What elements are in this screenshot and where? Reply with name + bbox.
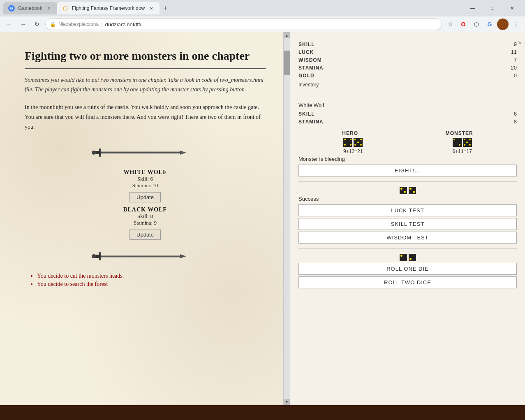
back-button[interactable]: ←	[3, 19, 15, 30]
tab2[interactable]: ⬡ Fighting Fantasy Framework dow ✕	[57, 2, 160, 14]
sword-divider-1	[25, 140, 266, 165]
translate-icon[interactable]: G	[484, 19, 495, 30]
url-bar[interactable]: 🔒 Niezabezpieczona | dudziarz.net/fff/	[45, 19, 442, 30]
gold-value: 0	[504, 72, 517, 79]
luck-test-button[interactable]: LUCK TEST	[298, 204, 517, 216]
divider-1	[298, 97, 517, 97]
monster-stamina-row: STAMINA 8	[298, 118, 517, 125]
choice-2[interactable]: You decide to search the forest	[37, 281, 266, 288]
sword-image-1	[92, 140, 199, 165]
test-die-2	[409, 187, 416, 194]
wisdom-test-button[interactable]: WISDOM TEST	[298, 232, 517, 244]
scroll-track[interactable]	[284, 38, 290, 399]
gold-label: GOLD	[298, 73, 315, 79]
test-die-1	[400, 187, 407, 194]
dropbox-icon[interactable]: ⬡	[471, 19, 482, 30]
bookmark-icon[interactable]: ☆	[444, 19, 456, 30]
monster1-update-button[interactable]: Update	[130, 192, 161, 202]
divider-2	[298, 181, 517, 182]
hero-score: 9+12=21	[343, 149, 363, 154]
monster-block-1: WHITE WOLF Skill: 6 Stamina: 10 Update	[25, 169, 266, 202]
page-intro: Sometimes you would like to put two mons…	[25, 76, 266, 94]
page-title: Fighting two or more monsters in one cha…	[25, 49, 266, 69]
address-bar: ← → ↻ 🔒 Niezabezpieczona | dudziarz.net/…	[0, 16, 525, 32]
choice-1[interactable]: You decide to cut the monsters heads.	[37, 273, 266, 279]
skill-test-button[interactable]: SKILL TEST	[298, 218, 517, 230]
url-separator: |	[101, 21, 102, 28]
monster2-name: BLACK WOLF	[25, 207, 266, 213]
stat-row-gold: GOLD 0	[298, 72, 517, 79]
stats-panel: ↘ SKILL 9 LUCK 11 WISDOM 7 STAMINA 20 GO…	[290, 32, 525, 405]
combat-labels: HERO MONSTER	[298, 130, 517, 136]
monster-skill-label: SKILL	[298, 111, 315, 117]
maximize-button[interactable]: □	[483, 2, 502, 14]
tab1[interactable]: G Gamebook ✕	[3, 2, 57, 14]
main-area: ▲ ▼ Fighting two or more monsters in one…	[0, 32, 525, 405]
monster-die-1	[453, 138, 462, 147]
tab1-label: Gamebook	[18, 5, 42, 11]
scroll-thumb[interactable]	[284, 51, 290, 75]
url-address: dudziarz.net/fff/	[105, 21, 141, 28]
monster-die-2	[463, 138, 472, 147]
minimize-button[interactable]: —	[463, 2, 482, 14]
page-content: Fighting two or more monsters in one cha…	[0, 32, 290, 306]
stamina-label: STAMINA	[298, 65, 324, 71]
user-avatar[interactable]	[497, 19, 509, 30]
svg-marker-10	[180, 254, 186, 258]
roll-two-dice-button[interactable]: ROLL TWO DICE	[298, 276, 517, 288]
opera-icon[interactable]: O	[458, 19, 469, 30]
combat-dice-row	[298, 138, 517, 147]
divider-3	[298, 248, 517, 249]
page-body-text: In the moonlight you see a ruins of the …	[25, 102, 266, 132]
monster-stamina-value: 8	[504, 118, 517, 125]
stat-row-stamina: STAMINA 20	[298, 64, 517, 72]
roll-die-1	[400, 254, 407, 261]
forward-button[interactable]: →	[17, 19, 29, 30]
svg-point-13	[92, 254, 96, 258]
monster-skill-row: SKILL 6	[298, 110, 517, 118]
roll-one-die-button[interactable]: ROLL ONE DIE	[298, 263, 517, 275]
menu-icon[interactable]: ⋮	[510, 19, 522, 30]
tab2-favicon: ⬡	[62, 5, 69, 12]
stat-row-luck: LUCK 11	[298, 48, 517, 56]
monster2-stamina: Stamina: 9	[25, 220, 266, 226]
monster2-update-button[interactable]: Update	[130, 230, 161, 240]
roll-dice-row	[298, 254, 517, 261]
svg-point-6	[92, 151, 96, 155]
monster-skill-value: 6	[504, 111, 517, 117]
monster-section-name: White Wolf	[298, 102, 517, 108]
tab1-close[interactable]: ✕	[46, 5, 52, 12]
monster-block-2: BLACK WOLF Skill: 8 Stamina: 9 Update	[25, 207, 266, 240]
new-tab-button[interactable]: +	[160, 2, 171, 14]
success-label: Success	[298, 196, 517, 202]
hero-label: HERO	[342, 130, 358, 136]
toolbar-icons: ☆ O ⬡ G ⋮	[444, 19, 522, 30]
monster1-stamina: Stamina: 10	[25, 182, 266, 189]
hero-die-2	[354, 138, 363, 147]
stat-row-skill: SKILL 9	[298, 40, 517, 48]
close-button[interactable]: ✕	[503, 2, 522, 14]
url-protocol: Niezabezpieczona	[58, 21, 99, 27]
combat-status: Monster is bleeding	[298, 156, 517, 162]
fight-button[interactable]: FIGHT!...	[298, 165, 517, 176]
refresh-button[interactable]: ↻	[31, 19, 43, 30]
monster-label: MONSTER	[446, 130, 473, 136]
scroll-down[interactable]: ▼	[284, 399, 290, 405]
combat-section: HERO MONSTER	[298, 130, 517, 176]
monster-stats-section: White Wolf SKILL 6 STAMINA 8	[298, 102, 517, 125]
scroll-up[interactable]: ▲	[284, 32, 290, 38]
stamina-value: 20	[504, 65, 517, 71]
tab2-label: Fighting Fantasy Framework dow	[72, 5, 145, 11]
test-dice-row	[298, 187, 517, 194]
sword-divider-2	[25, 244, 266, 269]
tab2-close[interactable]: ✕	[148, 5, 155, 12]
monster2-skill: Skill: 8	[25, 213, 266, 220]
monster1-name: WHITE WOLF	[25, 169, 266, 176]
monster1-skill: Skill: 6	[25, 176, 266, 182]
wisdom-value: 7	[504, 57, 517, 63]
scrollbar[interactable]: ▲ ▼	[283, 32, 290, 405]
stat-row-wisdom: WISDOM 7	[298, 56, 517, 64]
svg-marker-3	[180, 151, 186, 155]
luck-value: 11	[504, 49, 517, 55]
resize-handle[interactable]: ↘	[517, 39, 522, 45]
